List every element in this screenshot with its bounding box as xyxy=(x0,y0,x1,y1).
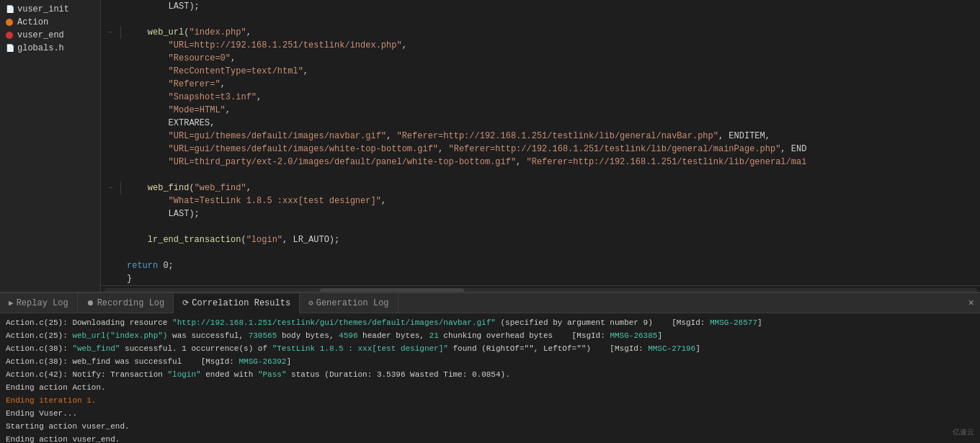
code-line xyxy=(101,169,980,182)
code-text xyxy=(121,13,132,26)
sidebar-item-vuser-end[interactable]: vuser_end xyxy=(0,29,100,42)
code-line: "What=TestLink 1.8.5 :xxx[test designer]… xyxy=(101,194,980,207)
log-line-9: Starting action vuser_end. xyxy=(6,420,974,433)
tab-generation-label: Generation Log xyxy=(316,298,389,308)
sidebar-label-globals: globals.h xyxy=(17,43,64,53)
watermark: 亿速云 xyxy=(953,427,974,437)
code-line: "URL=third_party/ext-2.0/images/default/… xyxy=(101,156,980,169)
code-line xyxy=(101,246,980,259)
log-line-10: Ending action vuser_end. xyxy=(6,433,974,443)
tab-generation-log[interactable]: ⚙ Generation Log xyxy=(300,293,398,313)
code-text: "URL=gui/themes/default/images/white-top… xyxy=(121,143,806,156)
code-text: "Snapshot=t3.inf", xyxy=(121,91,262,104)
collapse-button[interactable]: − xyxy=(101,26,121,39)
log-line-3: Action.c(38): "web_find" successful. 1 o… xyxy=(6,342,974,355)
code-line: "Referer=", xyxy=(101,78,980,91)
globals-icon: 📄 xyxy=(6,44,14,53)
code-text: } xyxy=(121,272,132,285)
code-line: "Snapshot=t3.inf", xyxy=(101,91,980,104)
replay-icon: ▶ xyxy=(9,298,14,308)
code-text xyxy=(121,246,132,259)
code-line xyxy=(101,13,980,26)
code-line: LAST); xyxy=(101,0,980,13)
code-line xyxy=(101,220,980,233)
sidebar-item-action[interactable]: Action xyxy=(0,16,100,29)
action-icon xyxy=(6,19,13,26)
collapse-button[interactable]: − xyxy=(101,182,121,194)
code-text: "Mode=HTML", xyxy=(121,104,231,117)
code-editor: LAST); − web_url("index.php", "URL=http:… xyxy=(101,0,980,292)
scroll-thumb[interactable] xyxy=(320,288,464,292)
generation-icon: ⚙ xyxy=(308,298,313,308)
scroll-track xyxy=(104,288,977,292)
code-line: "RecContentType=text/html", xyxy=(101,65,980,78)
recording-icon: ⏺ xyxy=(86,298,94,308)
code-line: "Mode=HTML", xyxy=(101,104,980,117)
code-line: } xyxy=(101,272,980,285)
panel-close-button[interactable]: × xyxy=(963,297,980,309)
code-text: "Referer=", xyxy=(121,78,226,91)
horizontal-scrollbar[interactable] xyxy=(101,285,980,292)
sidebar-item-vuser-init[interactable]: 📄 vuser_init xyxy=(0,3,100,16)
tab-bar: ▶ Replay Log ⏺ Recording Log ⟳ Correlati… xyxy=(0,293,980,313)
code-line: LAST); xyxy=(101,207,980,220)
log-line-8: Ending Vuser... xyxy=(6,407,974,420)
log-line-4: Action.c(38): web_find was successful [M… xyxy=(6,355,974,368)
sidebar-item-globals[interactable]: 📄 globals.h xyxy=(0,42,100,55)
code-text: "URL=http://192.168.1.251/testlink/index… xyxy=(121,39,407,52)
log-line-2: Action.c(25): web_url("index.php") was s… xyxy=(6,329,974,342)
log-line-5: Action.c(42): Notify: Transaction "login… xyxy=(6,368,974,381)
tab-correlation-results[interactable]: ⟳ Correlation Results xyxy=(174,294,300,313)
code-line: return 0; xyxy=(101,259,980,272)
vuser-end-icon xyxy=(6,32,13,39)
code-text: web_find("web_find", xyxy=(121,182,251,194)
code-text: web_url("index.php", xyxy=(121,26,251,39)
code-line: "URL=gui/themes/default/images/white-top… xyxy=(101,143,980,156)
tab-replay-log[interactable]: ▶ Replay Log xyxy=(0,293,78,313)
tab-recording-label: Recording Log xyxy=(97,298,165,308)
code-text: "RecContentType=text/html", xyxy=(121,65,308,78)
code-text: EXTRARES, xyxy=(121,117,215,130)
tab-replay-label: Replay Log xyxy=(17,298,68,308)
log-content: Action.c(25): Downloading resource "http… xyxy=(0,313,980,443)
bottom-panel: ▶ Replay Log ⏺ Recording Log ⟳ Correlati… xyxy=(0,292,980,443)
tab-recording-log[interactable]: ⏺ Recording Log xyxy=(78,293,174,313)
log-line-1: Action.c(25): Downloading resource "http… xyxy=(6,316,974,329)
code-text: LAST); xyxy=(121,207,200,220)
sidebar-label-action: Action xyxy=(17,17,48,27)
code-text xyxy=(121,169,132,182)
log-line-7: Ending iteration 1. xyxy=(6,394,974,407)
sidebar: 📄 vuser_init Action vuser_end 📄 globals.… xyxy=(0,0,101,292)
tab-correlation-label: Correlation Results xyxy=(192,298,290,308)
correlation-icon: ⟳ xyxy=(182,298,189,308)
code-line: EXTRARES, xyxy=(101,117,980,130)
code-text: lr_end_transaction("login", LR_AUTO); xyxy=(121,233,339,246)
sidebar-label-vuser-end: vuser_end xyxy=(17,30,64,40)
code-line: "URL=http://192.168.1.251/testlink/index… xyxy=(101,39,980,52)
code-text: LAST); xyxy=(121,0,200,13)
code-line: lr_end_transaction("login", LR_AUTO); xyxy=(101,233,980,246)
code-text: "Resource=0", xyxy=(121,52,236,65)
code-text: "What=TestLink 1.8.5 :xxx[test designer]… xyxy=(121,194,386,207)
sidebar-label-vuser-init: vuser_init xyxy=(17,4,69,14)
log-line-6: Ending action Action. xyxy=(6,381,974,394)
code-text xyxy=(121,220,132,233)
code-line: − web_url("index.php", xyxy=(101,26,980,39)
file-icon: 📄 xyxy=(6,5,14,14)
code-text: "URL=gui/themes/default/images/navbar.gi… xyxy=(121,130,770,143)
code-text: return 0; xyxy=(121,259,174,272)
code-line: − web_find("web_find", xyxy=(101,182,980,194)
code-content: LAST); − web_url("index.php", "URL=http:… xyxy=(101,0,980,285)
code-line: "URL=gui/themes/default/images/navbar.gi… xyxy=(101,130,980,143)
code-line: "Resource=0", xyxy=(101,52,980,65)
code-text: "URL=third_party/ext-2.0/images/default/… xyxy=(121,156,806,169)
